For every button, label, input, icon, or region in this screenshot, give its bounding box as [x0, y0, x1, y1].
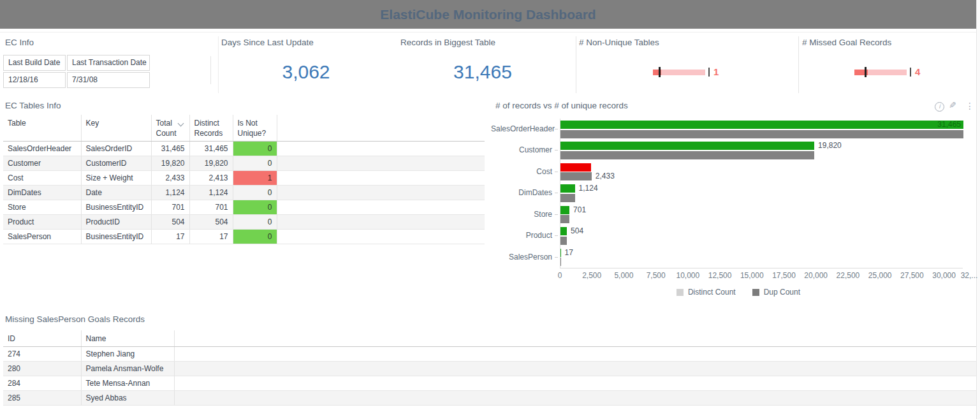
col-header-name[interactable]: Name	[81, 330, 174, 347]
category-label: SalesOrderHeader	[491, 124, 552, 133]
category-label: Store	[491, 210, 552, 219]
cell-distinct-records: 1,124	[189, 186, 233, 200]
cell-total-count: 17	[151, 230, 189, 244]
bar-value-label: 17	[565, 249, 573, 257]
bar-dup-count[interactable]	[560, 151, 814, 159]
category-tick	[555, 214, 558, 215]
gauge-non-unique-title: # Non-Unique Tables	[579, 38, 659, 47]
table-row: CostSize + Weight2,4332,4131	[3, 171, 485, 186]
bar-dup-count[interactable]	[560, 194, 575, 202]
col-header-table[interactable]: Table	[3, 115, 81, 142]
gauge-track	[653, 70, 705, 75]
divider	[576, 36, 576, 93]
cell-filler	[277, 156, 485, 171]
table-row: 274Stephen Jiang	[3, 347, 976, 362]
bar-value-label: 2,433	[596, 172, 615, 180]
col-header-distinct-records[interactable]: DistinctRecords	[189, 115, 233, 142]
ec-info-widget-title: EC Info	[5, 38, 34, 47]
edit-pencil-icon[interactable]: ✎	[949, 100, 956, 110]
divider	[210, 56, 211, 84]
category-label: DimDates	[491, 188, 552, 197]
col-header-id[interactable]: ID	[3, 330, 81, 347]
legend-swatch-icon	[752, 289, 759, 296]
bar-distinct-count[interactable]	[560, 142, 814, 150]
table-row: CustomerCustomerID19,82019,8200	[3, 156, 485, 171]
divider	[798, 36, 799, 93]
gauge-tick-marker	[865, 67, 867, 77]
table-row: 280Pamela Ansman-Wolfe	[3, 362, 976, 376]
cell-filler	[174, 376, 976, 391]
cell-total-count: 31,465	[151, 142, 189, 156]
cell-key: BusinessEntityID	[81, 200, 151, 215]
sort-desc-icon	[177, 121, 184, 127]
x-axis-line	[560, 268, 963, 268]
bar-dup-count[interactable]	[560, 258, 561, 266]
cell-filler	[277, 142, 485, 156]
cell-distinct-records: 31,465	[189, 142, 233, 156]
cell-id: 284	[3, 376, 81, 391]
table-row: SalesOrderHeaderSalesOrderID31,46531,465…	[3, 142, 485, 156]
bar-value-label: 31,465	[937, 121, 961, 129]
cell-distinct-records: 2,413	[189, 171, 233, 186]
table-row: 285Syed Abbas	[3, 391, 976, 406]
cell-id: 285	[3, 391, 81, 406]
ec-tables-header-row: TableKeyTotalCountDistinctRecordsIs NotU…	[3, 115, 485, 142]
cell-is-not-unique: 1	[233, 171, 277, 186]
bar-dup-count[interactable]	[560, 130, 963, 138]
cell-table: SalesPerson	[3, 230, 81, 244]
cell-distinct-records: 19,820	[189, 156, 233, 171]
cell-filler	[174, 347, 976, 362]
legend-label: Dup Count	[764, 288, 800, 297]
cell-total-count: 1,124	[151, 186, 189, 200]
cell-is-not-unique: 0	[233, 230, 277, 244]
gauge-separator	[708, 68, 710, 77]
table-row: SalesPersonBusinessEntityID17170	[3, 230, 485, 244]
bar-distinct-count[interactable]	[560, 206, 569, 214]
cell-name: Tete Mensa-Annan	[81, 376, 174, 391]
cell-key: SalesOrderID	[81, 142, 151, 156]
cell-distinct-records: 504	[189, 215, 233, 230]
col-header-total-count[interactable]: TotalCount	[151, 115, 189, 142]
cell-filler	[277, 200, 485, 215]
bar-distinct-count[interactable]	[560, 163, 591, 172]
ec-tables-widget-title: EC Tables Info	[5, 101, 61, 110]
cell-id: 280	[3, 362, 81, 376]
gauge-value: 4	[915, 67, 920, 77]
bar-dup-count[interactable]	[560, 215, 569, 223]
bar-chart: SalesOrderHeader31,465Customer19,820Cost…	[491, 119, 980, 300]
legend-item[interactable]: Distinct Count	[676, 288, 736, 297]
bar-distinct-count[interactable]	[560, 227, 567, 235]
ec-info-value-last-transaction: 7/31/08	[67, 72, 150, 88]
divider	[218, 36, 219, 93]
ec-info-table: Last Build Date Last Transaction Date 12…	[3, 55, 150, 88]
cell-is-not-unique: 0	[233, 200, 277, 215]
legend-swatch-icon	[676, 289, 684, 296]
table-row: DimDatesDate1,1241,1240	[3, 186, 485, 200]
bar-dup-count[interactable]	[560, 237, 567, 245]
bar-distinct-count[interactable]: 31,465	[560, 121, 963, 129]
bar-value-label: 19,820	[818, 142, 842, 150]
cell-total-count: 504	[151, 215, 189, 230]
cell-total-count: 19,820	[151, 156, 189, 171]
more-options-icon[interactable]: ⋮	[965, 101, 974, 111]
kpi-biggest-table-title: Records in Biggest Table	[400, 38, 495, 47]
legend-item[interactable]: Dup Count	[752, 288, 800, 297]
bar-distinct-count[interactable]	[560, 249, 561, 257]
cell-id: 274	[3, 347, 81, 362]
bar-distinct-count[interactable]	[560, 184, 575, 193]
col-header-filler	[277, 115, 485, 142]
col-header-is-not-unique[interactable]: Is NotUnique?	[233, 115, 277, 142]
missing-goals-header-row: IDName	[3, 330, 976, 347]
col-header-key[interactable]: Key	[81, 115, 151, 142]
cell-filler	[174, 391, 976, 406]
gauge-value: 1	[713, 67, 719, 77]
bar-value-label: 504	[571, 227, 583, 235]
cell-filler	[277, 171, 485, 186]
cell-name: Pamela Ansman-Wolfe	[81, 362, 174, 376]
bar-dup-count[interactable]	[560, 172, 592, 180]
table-row: ProductProductID5045040	[3, 215, 485, 230]
info-icon[interactable]: i	[935, 102, 944, 112]
bar-value-label: 1,124	[579, 184, 598, 193]
ec-info-col-header: Last Build Date	[3, 55, 66, 71]
cell-table: Cost	[3, 171, 81, 186]
